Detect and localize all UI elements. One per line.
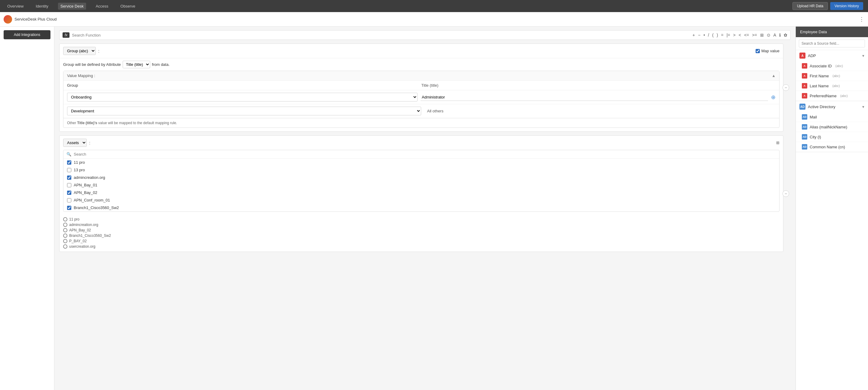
nav-item-identity[interactable]: Identity: [33, 3, 51, 10]
asset-item-1[interactable]: 13 pro: [63, 166, 779, 174]
minus-icon[interactable]: −: [698, 33, 700, 37]
grid-func-icon[interactable]: ⊞: [760, 33, 764, 37]
asset-label-6: Branch1_Cisco3560_Sw2: [74, 205, 119, 210]
vm-title-header: Title (title): [422, 83, 776, 88]
group-select[interactable]: Group (abc): [63, 47, 96, 55]
rp-item-label-3: PreferredName: [810, 94, 837, 98]
rp-item-ad-label-3: Common Name (cn): [810, 145, 845, 149]
asset-checkbox-2[interactable]: [67, 175, 71, 180]
vm-group-select-1[interactable]: Onboarding: [67, 93, 417, 101]
special-icon[interactable]: ✿: [784, 33, 787, 37]
asset-item-3[interactable]: APN_Bay_01: [63, 181, 779, 189]
asset-checkbox-6[interactable]: [67, 206, 71, 210]
rp-item-ad-label-1: Alias (mailNickName): [810, 125, 847, 129]
gt-icon[interactable]: >: [733, 33, 736, 37]
rp-item-preferred-name[interactable]: A PreferredName (abc): [796, 91, 868, 101]
nav-item-access[interactable]: Access: [93, 3, 111, 10]
add-integrations-button[interactable]: Add Integrations: [4, 30, 51, 39]
nav-item-observe[interactable]: Observe: [118, 3, 138, 10]
asset-checkbox-1[interactable]: [67, 168, 71, 172]
nav-item-servicedesk[interactable]: Service Desk: [58, 3, 86, 10]
app-menu-icon[interactable]: ⋮: [859, 16, 864, 23]
asset-label-0: 11 pro: [74, 160, 85, 165]
remove-group-button[interactable]: −: [782, 84, 789, 91]
assets-search-input[interactable]: [74, 152, 776, 157]
asset-label-5: APN_Conf_room_01: [74, 198, 110, 202]
rp-item-common-name[interactable]: AD Common Name (cn): [796, 142, 868, 152]
attribute-text: Group will be defined by Attribute: [63, 62, 121, 67]
assets-colon: :: [89, 140, 90, 145]
asset-checkbox-0[interactable]: [67, 160, 71, 165]
rp-item-last-name[interactable]: A Last Name (abc): [796, 81, 868, 91]
tag-dot-4: [63, 239, 67, 243]
search-function-input[interactable]: [72, 33, 690, 37]
asset-item-0[interactable]: 11 pro: [63, 159, 779, 166]
asset-checkbox-5[interactable]: [67, 198, 71, 202]
asset-item-2[interactable]: admincreation.org: [63, 174, 779, 181]
rp-group-ad-header[interactable]: AD Active Directory ▾: [796, 101, 868, 112]
pipe-equals-icon[interactable]: |=: [726, 33, 730, 37]
rp-item-mail[interactable]: AD Mail: [796, 112, 868, 122]
ad-expand-icon[interactable]: ▾: [862, 104, 864, 109]
adp-expand-icon[interactable]: ▾: [862, 54, 864, 58]
info-icon[interactable]: ℹ: [779, 33, 781, 37]
attribute-select[interactable]: Title (title): [123, 61, 150, 68]
asset-label-3: APN_Bay_01: [74, 183, 97, 187]
plus-icon[interactable]: +: [692, 33, 695, 37]
rp-group-ad: AD Active Directory ▾ AD Mail AD Alias (…: [796, 101, 868, 152]
value-mapping-title: Value Mapping :: [67, 73, 95, 78]
lte-icon[interactable]: <=: [744, 33, 749, 37]
rp-item-city[interactable]: AD City (l): [796, 132, 868, 142]
value-mapping: Value Mapping : ▲ Group Title (title) On…: [63, 71, 779, 128]
tag-label-3: Branch1_Cisco3560_Sw2: [69, 233, 111, 238]
remove-assets-button[interactable]: −: [782, 190, 789, 197]
gte-icon[interactable]: >=: [752, 33, 757, 37]
version-history-button[interactable]: Version History: [830, 2, 863, 10]
asset-item-4[interactable]: APN_Bay_02: [63, 189, 779, 196]
asset-item-6[interactable]: Branch1_Cisco3560_Sw2: [63, 204, 779, 212]
slash-icon[interactable]: /: [708, 33, 709, 37]
rp-item-first-name[interactable]: A First Name (abc): [796, 71, 868, 81]
rparen-icon[interactable]: ): [717, 33, 718, 37]
asset-checkbox-4[interactable]: [67, 191, 71, 195]
text-icon[interactable]: A: [773, 33, 776, 37]
asset-label-4: APN_Bay_02: [74, 190, 97, 195]
asset-item-5[interactable]: APN_Conf_room_01: [63, 196, 779, 204]
assets-dropdown: 🔍 11 pro 13 pro admincreation.org: [63, 150, 779, 212]
asset-checkbox-3[interactable]: [67, 183, 71, 187]
app-logo: ServiceDesk Plus Cloud: [4, 15, 57, 24]
nav-item-overview[interactable]: Overview: [5, 3, 26, 10]
rp-item-alias[interactable]: AD Alias (mailNickName): [796, 122, 868, 132]
rp-group-adp-header[interactable]: A ADP ▾: [796, 50, 868, 61]
ad-item-icon-1: AD: [802, 124, 807, 130]
ad-item-icon-3: AD: [802, 144, 807, 150]
equals-icon[interactable]: =: [721, 33, 723, 37]
attribute-row: Group will be defined by Attribute Title…: [60, 58, 783, 71]
tag-label-5: usercreation.org: [69, 245, 95, 249]
right-panel-search-input[interactable]: [799, 40, 865, 47]
tag-item-1: admincreation.org: [63, 223, 779, 227]
rp-item-label-2: Last Name: [810, 84, 829, 88]
collapse-icon[interactable]: ▲: [772, 73, 776, 78]
sidebar: Add Integrations: [0, 27, 54, 390]
vm-note: Other Title (title)'s value will be mapp…: [63, 118, 779, 128]
tag-label-0: 11 pro: [69, 217, 80, 221]
grid-view-icon[interactable]: ⊞: [776, 140, 779, 145]
main-content: fx + − • / ( ) = |= > < <= >= ⊞ ⊙ A ℹ ✿: [54, 27, 796, 390]
vm-title-input-1[interactable]: [421, 94, 768, 101]
map-value-checkbox[interactable]: [755, 49, 760, 53]
bullet-icon[interactable]: •: [703, 33, 705, 37]
rp-item-associate-id[interactable]: A Associate ID (abc): [796, 61, 868, 71]
upload-hr-data-button[interactable]: Upload HR Data: [793, 2, 828, 10]
clock-icon[interactable]: ⊙: [767, 33, 770, 37]
right-panel-search-wrap: [796, 37, 868, 50]
vm-add-button[interactable]: ⊕: [771, 94, 776, 101]
tag-label-4: P_BAY_02: [69, 239, 87, 243]
vm-all-others-text: All others: [424, 109, 776, 113]
lparen-icon[interactable]: (: [712, 33, 714, 37]
vm-group-select-2[interactable]: Development: [67, 107, 421, 116]
assets-select[interactable]: Assets: [63, 139, 87, 147]
lt-icon[interactable]: <: [739, 33, 741, 37]
tag-item-3: Branch1_Cisco3560_Sw2: [63, 233, 779, 238]
rp-item-type-0: (abc): [835, 64, 843, 68]
